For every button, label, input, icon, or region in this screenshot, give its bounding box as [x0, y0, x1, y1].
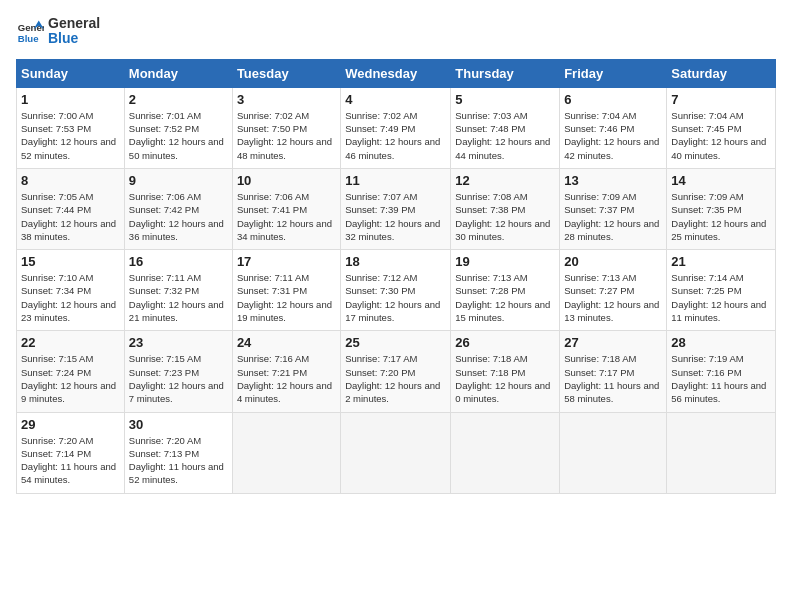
calendar-cell: 25Sunrise: 7:17 AMSunset: 7:20 PMDayligh…	[341, 331, 451, 412]
logo-icon: General Blue	[16, 17, 44, 45]
calendar-cell: 27Sunrise: 7:18 AMSunset: 7:17 PMDayligh…	[560, 331, 667, 412]
day-info: Sunrise: 7:10 AMSunset: 7:34 PMDaylight:…	[21, 271, 120, 324]
day-number: 27	[564, 335, 662, 350]
day-number: 2	[129, 92, 228, 107]
day-info: Sunrise: 7:09 AMSunset: 7:37 PMDaylight:…	[564, 190, 662, 243]
week-row-2: 8Sunrise: 7:05 AMSunset: 7:44 PMDaylight…	[17, 168, 776, 249]
calendar-cell: 5Sunrise: 7:03 AMSunset: 7:48 PMDaylight…	[451, 87, 560, 168]
day-info: Sunrise: 7:15 AMSunset: 7:23 PMDaylight:…	[129, 352, 228, 405]
calendar-cell: 12Sunrise: 7:08 AMSunset: 7:38 PMDayligh…	[451, 168, 560, 249]
day-info: Sunrise: 7:14 AMSunset: 7:25 PMDaylight:…	[671, 271, 771, 324]
calendar-cell: 13Sunrise: 7:09 AMSunset: 7:37 PMDayligh…	[560, 168, 667, 249]
header-tuesday: Tuesday	[232, 59, 340, 87]
calendar-cell: 4Sunrise: 7:02 AMSunset: 7:49 PMDaylight…	[341, 87, 451, 168]
header-saturday: Saturday	[667, 59, 776, 87]
day-info: Sunrise: 7:09 AMSunset: 7:35 PMDaylight:…	[671, 190, 771, 243]
day-info: Sunrise: 7:06 AMSunset: 7:41 PMDaylight:…	[237, 190, 336, 243]
day-info: Sunrise: 7:02 AMSunset: 7:50 PMDaylight:…	[237, 109, 336, 162]
calendar-cell: 22Sunrise: 7:15 AMSunset: 7:24 PMDayligh…	[17, 331, 125, 412]
day-number: 30	[129, 417, 228, 432]
header-thursday: Thursday	[451, 59, 560, 87]
calendar-cell	[560, 412, 667, 493]
day-number: 15	[21, 254, 120, 269]
header-wednesday: Wednesday	[341, 59, 451, 87]
day-number: 19	[455, 254, 555, 269]
day-number: 26	[455, 335, 555, 350]
calendar-cell: 30Sunrise: 7:20 AMSunset: 7:13 PMDayligh…	[124, 412, 232, 493]
day-info: Sunrise: 7:07 AMSunset: 7:39 PMDaylight:…	[345, 190, 446, 243]
day-info: Sunrise: 7:20 AMSunset: 7:14 PMDaylight:…	[21, 434, 120, 487]
calendar-cell: 18Sunrise: 7:12 AMSunset: 7:30 PMDayligh…	[341, 250, 451, 331]
day-number: 11	[345, 173, 446, 188]
day-number: 10	[237, 173, 336, 188]
day-number: 3	[237, 92, 336, 107]
day-info: Sunrise: 7:17 AMSunset: 7:20 PMDaylight:…	[345, 352, 446, 405]
calendar-cell: 2Sunrise: 7:01 AMSunset: 7:52 PMDaylight…	[124, 87, 232, 168]
day-number: 12	[455, 173, 555, 188]
header: General Blue General Blue	[16, 16, 776, 47]
calendar-cell: 6Sunrise: 7:04 AMSunset: 7:46 PMDaylight…	[560, 87, 667, 168]
calendar-cell: 9Sunrise: 7:06 AMSunset: 7:42 PMDaylight…	[124, 168, 232, 249]
header-sunday: Sunday	[17, 59, 125, 87]
day-info: Sunrise: 7:01 AMSunset: 7:52 PMDaylight:…	[129, 109, 228, 162]
day-number: 22	[21, 335, 120, 350]
calendar-cell: 3Sunrise: 7:02 AMSunset: 7:50 PMDaylight…	[232, 87, 340, 168]
calendar-cell: 21Sunrise: 7:14 AMSunset: 7:25 PMDayligh…	[667, 250, 776, 331]
calendar-cell: 10Sunrise: 7:06 AMSunset: 7:41 PMDayligh…	[232, 168, 340, 249]
calendar-cell: 24Sunrise: 7:16 AMSunset: 7:21 PMDayligh…	[232, 331, 340, 412]
day-number: 16	[129, 254, 228, 269]
day-number: 13	[564, 173, 662, 188]
day-number: 17	[237, 254, 336, 269]
day-number: 24	[237, 335, 336, 350]
day-info: Sunrise: 7:06 AMSunset: 7:42 PMDaylight:…	[129, 190, 228, 243]
calendar-cell: 19Sunrise: 7:13 AMSunset: 7:28 PMDayligh…	[451, 250, 560, 331]
day-number: 23	[129, 335, 228, 350]
day-info: Sunrise: 7:02 AMSunset: 7:49 PMDaylight:…	[345, 109, 446, 162]
calendar-cell: 8Sunrise: 7:05 AMSunset: 7:44 PMDaylight…	[17, 168, 125, 249]
day-info: Sunrise: 7:08 AMSunset: 7:38 PMDaylight:…	[455, 190, 555, 243]
header-friday: Friday	[560, 59, 667, 87]
day-info: Sunrise: 7:04 AMSunset: 7:46 PMDaylight:…	[564, 109, 662, 162]
day-number: 1	[21, 92, 120, 107]
day-number: 5	[455, 92, 555, 107]
calendar-header-row: SundayMondayTuesdayWednesdayThursdayFrid…	[17, 59, 776, 87]
day-info: Sunrise: 7:19 AMSunset: 7:16 PMDaylight:…	[671, 352, 771, 405]
day-number: 28	[671, 335, 771, 350]
day-info: Sunrise: 7:00 AMSunset: 7:53 PMDaylight:…	[21, 109, 120, 162]
day-info: Sunrise: 7:16 AMSunset: 7:21 PMDaylight:…	[237, 352, 336, 405]
calendar-cell: 11Sunrise: 7:07 AMSunset: 7:39 PMDayligh…	[341, 168, 451, 249]
calendar-cell: 20Sunrise: 7:13 AMSunset: 7:27 PMDayligh…	[560, 250, 667, 331]
day-number: 29	[21, 417, 120, 432]
day-info: Sunrise: 7:05 AMSunset: 7:44 PMDaylight:…	[21, 190, 120, 243]
week-row-4: 22Sunrise: 7:15 AMSunset: 7:24 PMDayligh…	[17, 331, 776, 412]
day-info: Sunrise: 7:04 AMSunset: 7:45 PMDaylight:…	[671, 109, 771, 162]
day-info: Sunrise: 7:11 AMSunset: 7:31 PMDaylight:…	[237, 271, 336, 324]
day-info: Sunrise: 7:03 AMSunset: 7:48 PMDaylight:…	[455, 109, 555, 162]
calendar-cell: 15Sunrise: 7:10 AMSunset: 7:34 PMDayligh…	[17, 250, 125, 331]
calendar-cell: 17Sunrise: 7:11 AMSunset: 7:31 PMDayligh…	[232, 250, 340, 331]
day-number: 18	[345, 254, 446, 269]
day-info: Sunrise: 7:11 AMSunset: 7:32 PMDaylight:…	[129, 271, 228, 324]
header-monday: Monday	[124, 59, 232, 87]
calendar-cell	[451, 412, 560, 493]
day-info: Sunrise: 7:18 AMSunset: 7:18 PMDaylight:…	[455, 352, 555, 405]
calendar-cell: 16Sunrise: 7:11 AMSunset: 7:32 PMDayligh…	[124, 250, 232, 331]
calendar-table: SundayMondayTuesdayWednesdayThursdayFrid…	[16, 59, 776, 494]
calendar-cell: 28Sunrise: 7:19 AMSunset: 7:16 PMDayligh…	[667, 331, 776, 412]
calendar-cell: 23Sunrise: 7:15 AMSunset: 7:23 PMDayligh…	[124, 331, 232, 412]
logo: General Blue General Blue	[16, 16, 100, 47]
day-info: Sunrise: 7:20 AMSunset: 7:13 PMDaylight:…	[129, 434, 228, 487]
calendar-cell: 14Sunrise: 7:09 AMSunset: 7:35 PMDayligh…	[667, 168, 776, 249]
week-row-5: 29Sunrise: 7:20 AMSunset: 7:14 PMDayligh…	[17, 412, 776, 493]
calendar-cell: 29Sunrise: 7:20 AMSunset: 7:14 PMDayligh…	[17, 412, 125, 493]
day-number: 8	[21, 173, 120, 188]
calendar-cell	[667, 412, 776, 493]
calendar-cell	[232, 412, 340, 493]
day-info: Sunrise: 7:13 AMSunset: 7:27 PMDaylight:…	[564, 271, 662, 324]
calendar-cell	[341, 412, 451, 493]
calendar-cell: 26Sunrise: 7:18 AMSunset: 7:18 PMDayligh…	[451, 331, 560, 412]
day-info: Sunrise: 7:12 AMSunset: 7:30 PMDaylight:…	[345, 271, 446, 324]
day-number: 9	[129, 173, 228, 188]
day-number: 20	[564, 254, 662, 269]
calendar-cell: 7Sunrise: 7:04 AMSunset: 7:45 PMDaylight…	[667, 87, 776, 168]
